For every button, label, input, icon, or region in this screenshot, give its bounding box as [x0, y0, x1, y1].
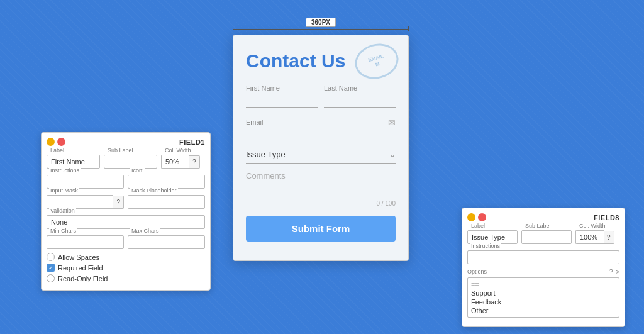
field8-sublabel-label: Sub Label: [524, 223, 552, 229]
field1-minchars-input[interactable]: [47, 235, 124, 249]
field8-instructions-label: Instructions: [470, 243, 501, 249]
submit-button[interactable]: Submit Form: [246, 216, 396, 242]
field1-mask-row: Input Mask ? Mask Placeholder: [47, 191, 205, 209]
field8-option-sep: ==: [471, 280, 616, 289]
field1-sublabel-label: Sub Label: [106, 147, 135, 153]
field8-sublabel-group: Sub Label: [521, 226, 572, 244]
field1-inputmask-group: Input Mask ?: [47, 191, 124, 209]
field8-controls: [467, 213, 486, 221]
last-name-label: Last Name: [324, 84, 396, 92]
question-icon[interactable]: ?: [609, 268, 613, 276]
field1-colwidth-group: Col. Width ?: [161, 151, 205, 169]
field8-title-bar: FIELD8: [467, 213, 619, 221]
field8-options-section: Options ? > == Support Feedback Other: [467, 268, 619, 318]
field8-label-label: Label: [470, 223, 486, 229]
field1-inputmask-label: Input Mask: [49, 187, 79, 194]
field1-validation-row: Validation None Email Number: [47, 211, 205, 229]
field1-maxchars-input[interactable]: [128, 235, 205, 249]
field1-controls: [47, 138, 65, 146]
chevron-down-icon: ⌄: [389, 150, 396, 159]
field1-colwidth-input[interactable]: [161, 155, 189, 169]
read-only-label: Read-Only Field: [58, 275, 108, 282]
field8-option-feedback[interactable]: Feedback: [471, 298, 616, 306]
expand-icon[interactable]: >: [616, 268, 619, 276]
field1-icon-input[interactable]: [128, 175, 205, 189]
ruler-line: [233, 29, 409, 30]
first-name-label: First Name: [246, 84, 318, 92]
field1-icon-label: Icon:: [130, 167, 145, 174]
last-name-input[interactable]: [324, 94, 396, 104]
field1-validation-group: Validation None Email Number: [47, 211, 205, 229]
field1-sublabel-input[interactable]: [104, 155, 157, 169]
field8-options-list[interactable]: == Support Feedback Other: [467, 277, 619, 318]
field8-label-group: Label: [467, 226, 518, 244]
field1-close-button[interactable]: [57, 138, 65, 146]
char-count: 0 / 100: [246, 200, 396, 207]
field8-option-support[interactable]: Support: [471, 289, 616, 298]
field8-colwidth-row: ?: [575, 230, 619, 244]
field1-minchars-group: Min Chars: [47, 231, 124, 249]
contact-form: Contact Us EMAILM First Name Last Name E…: [233, 35, 409, 261]
field1-instructions-group: Instructions: [47, 171, 124, 189]
field8-colwidth-question-icon[interactable]: ?: [604, 231, 614, 244]
field8-label-input[interactable]: [467, 230, 518, 244]
first-name-input[interactable]: [246, 94, 318, 104]
field8-close-button[interactable]: [478, 213, 486, 221]
required-field-row[interactable]: Required Field: [47, 264, 205, 272]
allow-spaces-radio[interactable]: [47, 253, 55, 261]
field1-colwidth-question-icon[interactable]: ?: [189, 155, 200, 169]
field8-colwidth-group: Col. Width ?: [575, 226, 619, 244]
field1-inputmask-row: ?: [47, 195, 124, 209]
field8-colwidth-label: Col. Width: [578, 223, 607, 229]
field1-maskplaceholder-label: Mask Placeholder: [130, 187, 178, 194]
allow-spaces-row: Allow Spaces: [47, 253, 205, 261]
field1-instructions-label: Instructions: [49, 167, 80, 174]
field1-colwidth-input-row: ?: [161, 155, 205, 169]
field1-minchars-label: Min Chars: [49, 228, 77, 234]
comments-label: Comments: [246, 171, 396, 181]
field8-options-header: Options ? >: [467, 268, 619, 276]
email-field: Email ✉: [246, 118, 396, 142]
field1-maskplaceholder-input[interactable]: [128, 195, 205, 209]
contact-form-title: Contact Us EMAILM: [246, 50, 396, 72]
field1-label-input[interactable]: [47, 155, 100, 169]
read-only-radio[interactable]: [47, 274, 55, 282]
field8-panel: FIELD8 Label Sub Label Col. Width ? Inst…: [462, 208, 625, 327]
field1-label-group: Label: [47, 151, 100, 169]
issue-type-dropdown[interactable]: Issue Type ⌄: [246, 150, 396, 164]
required-field-label: Required Field: [58, 264, 103, 272]
field1-validation-label: Validation: [49, 208, 76, 214]
field8-instructions-input[interactable]: [467, 250, 619, 264]
field8-sublabel-input[interactable]: [521, 230, 572, 244]
field8-colwidth-input[interactable]: [575, 230, 604, 244]
field1-minimize-button[interactable]: [47, 138, 55, 146]
email-row: Email ✉: [246, 118, 396, 128]
field8-option-other[interactable]: Other: [471, 306, 616, 315]
allow-spaces-label: Allow Spaces: [58, 253, 99, 261]
name-row: First Name Last Name: [246, 84, 396, 115]
field1-instructions-input[interactable]: [47, 175, 124, 189]
field8-label-row: Label Sub Label Col. Width ?: [467, 226, 619, 244]
field1-validation-select[interactable]: None Email Number: [47, 215, 205, 229]
email-label: Email: [246, 118, 264, 126]
ruler-container: 360PX: [233, 18, 409, 30]
field8-options-icons: ? >: [609, 268, 619, 276]
field8-title: FIELD8: [594, 214, 619, 221]
field8-options-label: Options: [467, 269, 487, 275]
issue-type-label: Issue Type: [246, 150, 286, 159]
ruler-label: 360PX: [306, 18, 336, 27]
field1-validation-select-wrapper: None Email Number: [47, 215, 205, 229]
email-input[interactable]: [246, 129, 396, 138]
email-icon: ✉: [388, 118, 396, 128]
last-name-field: Last Name: [324, 84, 396, 108]
read-only-row: Read-Only Field: [47, 274, 205, 282]
comments-area: Comments: [246, 171, 396, 196]
first-name-field: First Name: [246, 84, 318, 108]
field8-instructions-row: Instructions: [467, 247, 619, 264]
field8-minimize-button[interactable]: [467, 213, 475, 221]
field1-inputmask-question-icon[interactable]: ?: [113, 196, 124, 209]
field1-maxchars-label: Max Chars: [130, 228, 160, 234]
required-field-checkbox[interactable]: [47, 264, 55, 272]
field1-maskplaceholder-group: Mask Placeholder: [128, 191, 205, 209]
field1-inputmask-input[interactable]: [47, 195, 113, 209]
